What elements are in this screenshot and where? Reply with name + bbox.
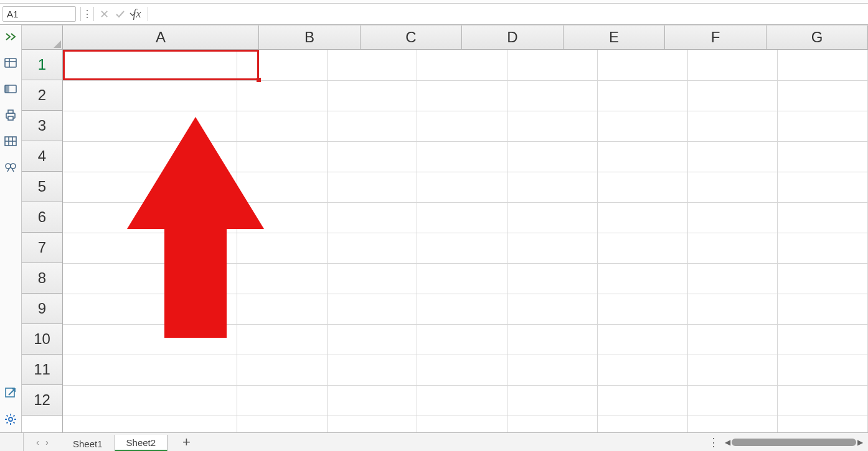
- cell[interactable]: [417, 80, 507, 111]
- cell[interactable]: [687, 233, 778, 263]
- row-header[interactable]: 9: [22, 294, 62, 324]
- cell[interactable]: [597, 294, 687, 324]
- cell[interactable]: [597, 50, 687, 80]
- grid-icon[interactable]: [4, 134, 17, 148]
- cell[interactable]: [417, 355, 507, 385]
- scroll-left-icon[interactable]: ◀: [725, 438, 730, 447]
- cell[interactable]: [237, 172, 328, 202]
- row-header[interactable]: 7: [22, 233, 62, 263]
- cell[interactable]: [687, 50, 778, 80]
- sheet-nav-next-icon[interactable]: ›: [45, 437, 49, 447]
- cell[interactable]: [63, 80, 237, 111]
- cell[interactable]: [63, 385, 237, 416]
- cell[interactable]: [237, 50, 328, 80]
- formula-input[interactable]: [150, 4, 868, 24]
- sheet-menu-icon[interactable]: ⋮: [705, 433, 722, 451]
- cell[interactable]: [687, 385, 778, 416]
- cell[interactable]: [597, 172, 687, 202]
- cell[interactable]: [327, 202, 417, 233]
- cell[interactable]: [63, 202, 237, 233]
- cell[interactable]: [63, 233, 237, 263]
- cell[interactable]: [507, 202, 598, 233]
- cell[interactable]: [237, 416, 328, 432]
- cell[interactable]: [778, 141, 868, 172]
- cells-area[interactable]: [63, 50, 868, 432]
- sheet-tab[interactable]: Sheet2: [115, 435, 168, 451]
- sheet-nav-prev-icon[interactable]: ‹: [36, 437, 39, 447]
- column-header[interactable]: A: [63, 26, 259, 49]
- cell[interactable]: [687, 416, 778, 432]
- row-header[interactable]: 4: [22, 141, 62, 172]
- select-all-corner[interactable]: [22, 26, 63, 49]
- cell[interactable]: [327, 416, 417, 432]
- cell[interactable]: [507, 233, 598, 263]
- cell[interactable]: [417, 111, 507, 141]
- column-header[interactable]: B: [259, 26, 361, 49]
- cell[interactable]: [327, 233, 417, 263]
- cell[interactable]: [237, 80, 328, 111]
- properties-icon[interactable]: [4, 56, 17, 70]
- cell[interactable]: [63, 111, 237, 141]
- cell[interactable]: [597, 263, 687, 294]
- cell[interactable]: [597, 233, 687, 263]
- cell[interactable]: [507, 263, 598, 294]
- cell[interactable]: [778, 111, 868, 141]
- gallery-icon[interactable]: [4, 82, 17, 96]
- column-header[interactable]: F: [665, 26, 767, 49]
- cell[interactable]: [63, 172, 237, 202]
- cell[interactable]: [507, 324, 598, 355]
- cell[interactable]: [63, 50, 237, 80]
- cell[interactable]: [63, 324, 237, 355]
- cell[interactable]: [687, 111, 778, 141]
- link-icon[interactable]: [4, 386, 17, 400]
- horizontal-scrollbar[interactable]: ◀ ▶: [722, 433, 868, 451]
- scrollbar-track[interactable]: [732, 439, 856, 446]
- row-header[interactable]: 11: [22, 355, 62, 385]
- cell[interactable]: [597, 385, 687, 416]
- cell[interactable]: [778, 233, 868, 263]
- sheet-tab[interactable]: Sheet1: [61, 435, 115, 451]
- cell[interactable]: [237, 141, 328, 172]
- cell[interactable]: [778, 294, 868, 324]
- cell[interactable]: [63, 263, 237, 294]
- settings-icon[interactable]: [4, 412, 17, 426]
- row-header[interactable]: 8: [22, 263, 62, 294]
- cell[interactable]: [597, 80, 687, 111]
- expand-sidebar-icon[interactable]: [4, 30, 17, 44]
- cell[interactable]: [507, 111, 598, 141]
- cell[interactable]: [507, 355, 598, 385]
- cell[interactable]: [327, 385, 417, 416]
- cell[interactable]: [687, 202, 778, 233]
- cell[interactable]: [507, 294, 598, 324]
- cell[interactable]: [778, 202, 868, 233]
- cell[interactable]: [687, 80, 778, 111]
- cell[interactable]: [237, 233, 328, 263]
- find-icon[interactable]: [4, 160, 17, 174]
- cell[interactable]: [778, 385, 868, 416]
- cell[interactable]: [417, 233, 507, 263]
- cell[interactable]: [327, 141, 417, 172]
- cell[interactable]: [327, 80, 417, 111]
- cell[interactable]: [597, 355, 687, 385]
- column-header[interactable]: G: [767, 26, 868, 49]
- formula-bar-menu-icon[interactable]: ⋮: [83, 4, 92, 24]
- cell[interactable]: [417, 141, 507, 172]
- scrollbar-thumb[interactable]: [732, 439, 856, 446]
- fill-handle[interactable]: [257, 78, 261, 82]
- column-header[interactable]: C: [361, 26, 462, 49]
- cell[interactable]: [237, 355, 328, 385]
- cell[interactable]: [417, 294, 507, 324]
- column-header[interactable]: E: [564, 26, 665, 49]
- cell[interactable]: [507, 141, 598, 172]
- cell[interactable]: [417, 202, 507, 233]
- cell[interactable]: [507, 50, 598, 80]
- cell[interactable]: [417, 50, 507, 80]
- row-header[interactable]: 1: [22, 50, 62, 80]
- cell[interactable]: [417, 263, 507, 294]
- cell[interactable]: [597, 416, 687, 432]
- row-header[interactable]: 5: [22, 172, 62, 202]
- cell[interactable]: [778, 355, 868, 385]
- cell[interactable]: [507, 385, 598, 416]
- cell[interactable]: [63, 294, 237, 324]
- add-sheet-button[interactable]: +: [167, 433, 205, 451]
